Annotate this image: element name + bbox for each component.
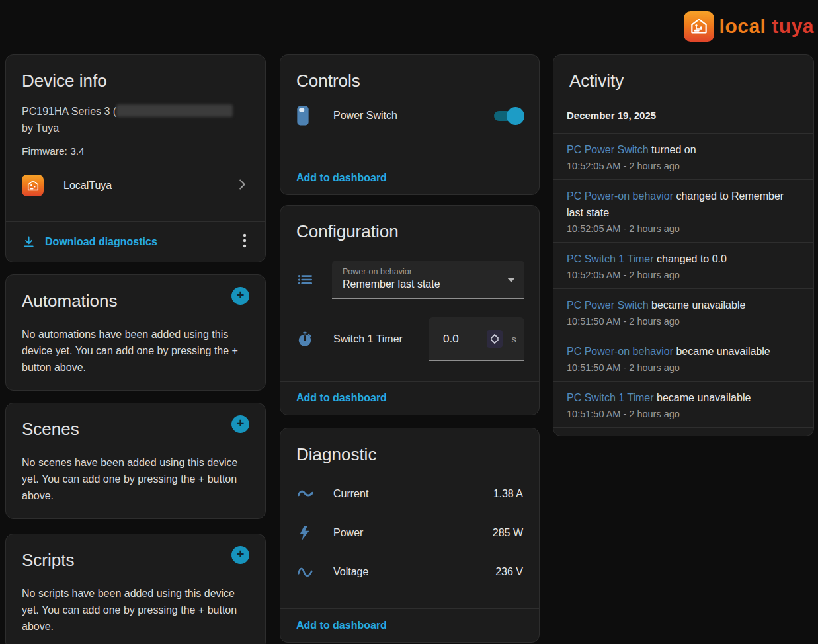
power-on-behavior-row: Power-on behavior Remember last state [280, 254, 539, 305]
log-row: PC Power-on behavior became unavailable … [553, 335, 813, 381]
device-info-card: Device info PC191HA Series 3 ( by Tuya F… [5, 54, 266, 262]
log-entity-link[interactable]: PC Power-on behavior [567, 190, 673, 202]
log-entity-link[interactable]: PC Switch 1 Timer [567, 253, 654, 264]
add-automation-button[interactable]: + [231, 287, 249, 305]
diagnostic-title: Diagnostic [280, 428, 539, 474]
log-action: changed to 0.0 [657, 253, 727, 264]
log-time: 10:51:50 AM - 2 hours ago [567, 409, 801, 419]
more-options-icon[interactable] [240, 233, 249, 251]
log-time: 10:52:05 AM - 2 hours ago [567, 223, 801, 234]
power-switch-toggle[interactable] [494, 111, 519, 121]
log-row: PC Switch 1 Timer changed to 0.0 10:52:0… [553, 242, 813, 288]
add-script-button[interactable]: + [231, 546, 249, 564]
log-row: PC Power Switch turned on 10:52:05 AM - … [553, 133, 813, 179]
scenes-title: Scenes [6, 403, 95, 445]
download-diagnostics-button[interactable]: Download diagnostics [22, 235, 157, 249]
current-row[interactable]: Current 1.38 A [280, 474, 539, 514]
log-entity-link[interactable]: PC Power Switch [567, 300, 649, 311]
log-entity-link[interactable]: PC Switch 1 Timer [567, 392, 654, 403]
configuration-title: Configuration [280, 206, 539, 254]
flash-icon [296, 524, 317, 542]
controls-card: Controls Power Switch Add to dashboard [280, 54, 540, 195]
log-time: 10:52:05 AM - 2 hours ago [567, 270, 801, 280]
voltage-label: Voltage [333, 566, 495, 578]
diagnostic-card: Diagnostic Current 1.38 A Power 285 W Vo… [280, 428, 540, 643]
log-entity-link[interactable]: PC Power-on behavior [567, 346, 673, 357]
controls-add-to-dashboard-link[interactable]: Add to dashboard [296, 172, 387, 184]
log-time: 10:52:05 AM - 2 hours ago [567, 161, 801, 171]
switch-timer-row: Switch 1 Timer 0.0 s [280, 311, 539, 368]
brand-wordmark: local tuya [719, 15, 814, 38]
stepper-icon[interactable] [487, 330, 503, 348]
switch-timer-label: Switch 1 Timer [333, 333, 429, 345]
scenes-card: Scenes + No scenes have been added using… [5, 403, 266, 519]
controls-title: Controls [280, 55, 539, 97]
current-label: Current [333, 488, 493, 500]
timer-unit: s [512, 333, 517, 344]
log-row: PC Power-on behavior changed to Remember… [553, 427, 813, 436]
current-value: 1.38 A [493, 488, 523, 500]
voltage-value: 236 V [495, 566, 523, 578]
timer-icon [296, 331, 317, 348]
log-row: PC Switch 1 Timer became unavailable 10:… [553, 381, 813, 427]
scripts-card: Scripts + No scripts have been added usi… [5, 534, 266, 644]
current-ac-icon [296, 485, 317, 503]
localtuya-logo-icon [684, 11, 714, 42]
device-model-text: PC191HA Series 3 ( [22, 106, 116, 117]
activity-title: Activity [553, 55, 813, 101]
add-scene-button[interactable]: + [231, 415, 249, 433]
list-icon [296, 271, 317, 288]
configuration-add-to-dashboard-link[interactable]: Add to dashboard [296, 392, 387, 404]
power-on-behavior-select[interactable]: Power-on behavior Remember last state [332, 261, 524, 299]
diagnostic-add-to-dashboard-link[interactable]: Add to dashboard [296, 620, 387, 631]
brand-logo: local tuya [684, 11, 814, 42]
firmware-version: Firmware: 3.4 [6, 136, 265, 157]
localtuya-integration-icon [22, 175, 44, 196]
dropdown-caret-icon [507, 278, 515, 282]
activity-card: Activity December 19, 2025 PC Power Swit… [553, 54, 814, 436]
log-row: PC Power Switch became unavailable 10:51… [553, 288, 813, 335]
configuration-card: Configuration Power-on behavior Remember… [280, 205, 540, 415]
log-action: became unavailable [657, 392, 751, 403]
integration-name: LocalTuya [63, 180, 235, 192]
power-label: Power [333, 527, 493, 539]
device-model: PC191HA Series 3 ( by Tuya [6, 97, 265, 136]
download-diagnostics-label: Download diagnostics [45, 236, 157, 248]
power-value: 285 W [493, 527, 523, 539]
power-socket-icon [296, 106, 317, 126]
switch-timer-input[interactable]: 0.0 s [429, 317, 524, 361]
scripts-title: Scripts [6, 534, 90, 576]
sine-wave-icon [296, 563, 317, 581]
scripts-empty-text: No scripts have been added using this de… [6, 576, 265, 635]
power-switch-label: Power Switch [333, 110, 494, 122]
power-row[interactable]: Power 285 W [280, 514, 539, 552]
redacted-device-id [116, 104, 233, 117]
power-switch-row: Power Switch [280, 97, 539, 135]
log-action: became unavailable [676, 346, 770, 357]
device-info-title: Device info [6, 55, 265, 97]
activity-date-header: December 19, 2025 [553, 101, 813, 133]
automations-empty-text: No automations have been added using thi… [6, 317, 265, 376]
log-action: became unavailable [651, 300, 745, 311]
log-time: 10:51:50 AM - 2 hours ago [567, 316, 801, 327]
log-action: turned on [651, 144, 696, 155]
select-label: Power-on behavior [343, 267, 515, 276]
automations-card: Automations + No automations have been a… [5, 274, 266, 391]
chevron-right-icon [235, 177, 249, 194]
device-manufacturer: by Tuya [22, 122, 59, 134]
log-time: 10:51:50 AM - 2 hours ago [567, 362, 801, 373]
integration-row-localtuya[interactable]: LocalTuya [6, 168, 265, 203]
download-icon [22, 235, 36, 249]
voltage-row[interactable]: Voltage 236 V [280, 552, 539, 592]
scenes-empty-text: No scenes have been added using this dev… [6, 445, 265, 504]
select-value: Remember last state [343, 278, 515, 290]
timer-value: 0.0 [443, 333, 487, 346]
automations-title: Automations [6, 275, 134, 317]
log-entity-link[interactable]: PC Power Switch [567, 144, 649, 155]
log-row: PC Power-on behavior changed to Remember… [553, 179, 813, 242]
